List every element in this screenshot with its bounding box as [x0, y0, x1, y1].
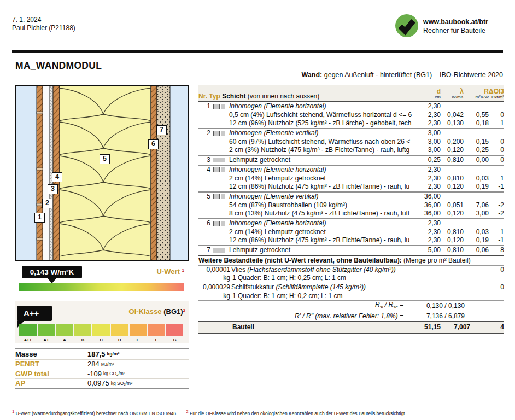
type-icon-empty: [213, 201, 226, 210]
oi-class-label: A++: [19, 337, 37, 342]
layer-d: 2,30: [413, 228, 441, 237]
layer-oi3: [489, 129, 504, 138]
layer-d: 2,30: [413, 111, 441, 120]
row-number: [198, 119, 210, 128]
row-number: [198, 146, 210, 155]
oi-class-label: F: [148, 337, 165, 342]
layer-r: 3,00: [464, 209, 489, 218]
layer-lambda: 0,120: [441, 236, 464, 245]
metric-row: GWP total-109kg CO₂/m²: [15, 369, 189, 378]
wall-layers-drawing: [16, 86, 188, 260]
page-title: MA_WANDMODUL: [15, 60, 102, 72]
rsi-rse-value: 0,130 / 0,130: [403, 301, 465, 311]
layer-oi3: 1: [489, 228, 504, 237]
oi-class-C: C: [92, 324, 110, 342]
table-row: 5Inhomogen (Elemente vertikal)36,00: [198, 191, 504, 201]
footnote-text: Für die OI-Klasse wird neben den ökologi…: [189, 411, 405, 416]
layer-oi3: 0: [489, 146, 504, 155]
oi-class-D: D: [111, 324, 128, 342]
oi-class-A++: A++: [19, 324, 37, 342]
row-number: [198, 201, 210, 210]
layer-d: 2,30: [413, 102, 441, 111]
table-row: 8 cm (13%) Nutzholz (475 kg/m³ - zB Fich…: [198, 209, 504, 218]
layer-r: 0,19: [464, 183, 489, 191]
rsi-rse-label: Rsi / Rse =: [375, 300, 403, 312]
row-number: 6: [198, 219, 210, 228]
layer-lambda: 0,120: [441, 146, 464, 155]
layer-name: Lehmputz getrocknet: [229, 156, 413, 165]
metric-value: -109: [87, 370, 102, 378]
table-row: 2Inhomogen (Elemente vertikal)3,00: [198, 128, 504, 138]
type-icon-empty: [213, 174, 226, 183]
layer-d: 3,00: [413, 129, 441, 138]
layer-label-3: 3: [48, 184, 58, 194]
layer-d: 3,00: [413, 138, 441, 147]
layer-label-1: 1: [34, 213, 45, 223]
oi-class-swatch: [19, 324, 37, 336]
total-d: 51,15: [413, 322, 441, 332]
extra-detail: (Schilfdämmplatte (145 kg/m³)): [276, 283, 366, 291]
layer-d: 2,30: [413, 174, 441, 183]
oi-class-swatch: [166, 324, 184, 336]
extra-oi3: 0: [489, 266, 504, 275]
report-date: 7. 1. 2024: [12, 16, 75, 24]
footnote-marker: 2: [186, 409, 188, 414]
layer-oi3: -1: [489, 236, 504, 245]
extra-row: 0,00001 kgVlies (Flachsfaserdämmstoff oh…: [198, 266, 504, 283]
r-row: R' / R" (max. relativer Fehler: 1,8%) = …: [198, 311, 504, 321]
layer-r: [464, 102, 489, 111]
layer-r: [464, 166, 489, 174]
uwert-gradient-scale: [19, 283, 184, 291]
layer-lambda: 0,810: [441, 174, 464, 183]
oi-klasse-panel: A++ OI-Klasse (BG1)2 A++A+ABCDEFG: [15, 301, 189, 343]
oi-class-swatch: [92, 324, 110, 336]
wall-type-prefix: Wand:: [302, 71, 323, 79]
inhomogen-type-icon: [213, 192, 226, 201]
oi-class-A: A: [56, 324, 73, 342]
layer-lambda: 0,051: [441, 201, 464, 210]
type-icon-empty: [213, 146, 226, 155]
footnote-marker: 1: [12, 409, 14, 414]
layer-lambda: [441, 166, 464, 174]
table-row: 60 cm (97%) Luftschicht stehend, Wärmefl…: [198, 138, 504, 147]
table-row: 12 cm (96%) Nutzholz (525 kg/m³ - zB Lär…: [198, 119, 504, 128]
bauteil-total-row: Bauteil 51,15 7,007 4: [198, 321, 504, 334]
layer-name: 12 cm (86%) Nutzholz (475 kg/m³ - zB Fic…: [229, 236, 413, 245]
layer-lambda: [441, 129, 464, 138]
oi-class-swatch: [111, 324, 128, 336]
layer-oi3: 0: [489, 138, 504, 147]
type-icon-empty: [213, 119, 226, 128]
eco-metrics-table: Masse187,5kg/m²PENRT284MJ/m²GWP total-10…: [15, 348, 189, 389]
brand-url: www.baubook.at/btr: [423, 18, 488, 26]
extra-row: 0,000029 kgSchilfstukkatur (Schilfdämmpl…: [198, 283, 504, 300]
layer-name: Lehmputz getrocknet: [229, 246, 413, 255]
metric-value: 284: [87, 360, 100, 368]
oi-class-label: C: [92, 337, 110, 342]
layer-label-6: 6: [148, 139, 159, 149]
layer-r: 0,03: [464, 228, 489, 237]
extra-oi3: 0: [489, 283, 504, 292]
row-number: [198, 111, 210, 120]
layer-rows: 1Inhomogen (Elemente horizontal)2,300,5 …: [198, 102, 504, 255]
table-row: 7Lehmputz getrocknet5,000,8100,068: [198, 245, 504, 255]
inhomogen-type-icon: [213, 129, 226, 138]
layer-r: 0,06: [464, 246, 489, 255]
layer-oi3: 0: [489, 156, 504, 165]
layer-d: 2,30: [413, 236, 441, 245]
layer-r: 0,15: [464, 138, 489, 147]
layer-name: 0,5 cm (4%) Luftschicht stehend, Wärmefl…: [229, 111, 413, 120]
row-number: [198, 228, 210, 237]
total-label: Bauteil: [198, 322, 413, 332]
table-row: 0,5 cm (4%) Luftschicht stehend, Wärmefl…: [198, 111, 504, 120]
oi-class-label: A: [56, 337, 73, 342]
layer-d: 0,25: [413, 156, 441, 165]
oi-class-swatch: [74, 324, 92, 336]
table-row: 4Inhomogen (Elemente horizontal)2,30: [198, 165, 504, 174]
table-row: 1Inhomogen (Elemente horizontal)2,30: [198, 102, 504, 111]
extra-name: Vlies (Flachsfaserdämmstoff ohne Stützgi…: [231, 266, 489, 275]
layer-d: 36,00: [413, 192, 441, 201]
metric-value: 187,5: [87, 350, 106, 358]
layer-oi3: -2: [489, 201, 504, 210]
table-row: 12 cm (86%) Nutzholz (475 kg/m³ - zB Fic…: [198, 236, 504, 245]
oi-class-swatch: [56, 324, 73, 336]
